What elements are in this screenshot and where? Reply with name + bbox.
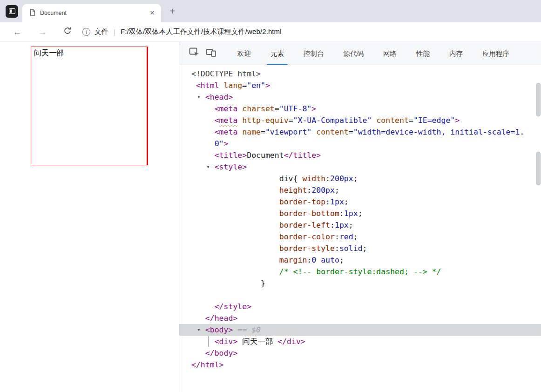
new-tab-button[interactable]: + xyxy=(167,6,178,17)
dom-tree-node[interactable]: border-left:1px; xyxy=(179,219,541,231)
devtools-tab-application[interactable]: 应用程序 xyxy=(473,42,519,65)
dom-tree-node[interactable]: height:200px; xyxy=(179,184,541,196)
devtools-tab-sources[interactable]: 源代码 xyxy=(334,42,374,65)
elements-tree: <!DOCTYPE html><html lang="en">▾<head><m… xyxy=(179,65,541,392)
red-bordered-div: 问天一部 xyxy=(31,47,148,165)
expand-arrow-icon[interactable]: ▾ xyxy=(197,324,205,336)
dom-tree-node[interactable]: 0"> xyxy=(179,138,541,149)
page-viewport: 问天一部 xyxy=(0,42,179,392)
address-separator: | xyxy=(114,28,115,36)
tab-close-button[interactable]: × xyxy=(148,9,156,17)
dom-tree-node[interactable]: div{ width:200px; xyxy=(179,173,541,184)
dom-tree-node[interactable]: ▾<body> == $0 xyxy=(179,324,541,336)
refresh-button[interactable] xyxy=(60,25,75,40)
dom-tree-node[interactable]: /* <!-- border-style:dashed; --> */ xyxy=(179,266,541,277)
dom-tree-node[interactable]: border-style:solid; xyxy=(179,243,541,254)
back-button[interactable]: ← xyxy=(10,25,25,40)
address-scheme-label: 文件 xyxy=(95,27,108,36)
indent-guide xyxy=(208,336,209,347)
dom-tree-node[interactable]: } xyxy=(179,277,541,289)
device-toolbar-button[interactable] xyxy=(205,42,217,65)
dom-tree-node[interactable]: border-color:red; xyxy=(179,231,541,243)
dom-tree-node[interactable]: <!DOCTYPE html> xyxy=(179,68,541,80)
scrollbar-thumb[interactable] xyxy=(536,83,541,116)
dom-tree-node[interactable]: </html> xyxy=(179,359,541,371)
devtools-tab-memory[interactable]: 内存 xyxy=(440,42,473,65)
dom-tree-node[interactable] xyxy=(179,289,541,301)
tab-actions-button[interactable] xyxy=(6,5,18,18)
scrollbar-thumb-2[interactable] xyxy=(536,152,541,185)
devtools-tabs: 欢迎元素控制台源代码网络性能内存应用程序 xyxy=(228,42,519,65)
devtools-tab-console[interactable]: 控制台 xyxy=(294,42,334,65)
address-bar[interactable]: i 文件 | F:/双体/双体本人工作文件/技术课程文件/web/2.html xyxy=(82,27,282,36)
inspect-icon xyxy=(189,47,200,59)
inspect-element-button[interactable] xyxy=(188,42,200,65)
dom-tree-node[interactable]: <div> 问天一部 </div> xyxy=(179,336,541,347)
content-area: 问天一部 欢迎元素控制台源代码网络性能内存应用程序 <!DOCTYPE html… xyxy=(0,42,541,392)
device-toolbar-icon xyxy=(206,48,216,59)
dom-tree-node[interactable]: margin:0 auto; xyxy=(179,254,541,266)
expand-arrow-icon[interactable]: ▾ xyxy=(207,161,215,173)
devtools-panel: 欢迎元素控制台源代码网络性能内存应用程序 <!DOCTYPE html><htm… xyxy=(179,42,541,392)
dom-tree-node[interactable]: </style> xyxy=(179,301,541,312)
devtools-toolbar: 欢迎元素控制台源代码网络性能内存应用程序 xyxy=(179,42,541,65)
dom-tree-node[interactable]: </body> xyxy=(179,347,541,359)
dom-tree-node[interactable]: border-bottom:1px; xyxy=(179,208,541,219)
dom-tree-node[interactable]: border-top:1px; xyxy=(179,196,541,208)
devtools-tab-network[interactable]: 网络 xyxy=(373,42,406,65)
dom-tree-node[interactable]: <meta charset="UTF-8"> xyxy=(179,103,541,115)
dom-tree-node[interactable]: <html lang="en"> xyxy=(179,80,541,91)
dom-tree-node[interactable]: <meta http-equiv="X-UA-Compatible" conte… xyxy=(179,115,541,126)
browser-tab[interactable]: Document × xyxy=(22,4,161,22)
expand-arrow-icon[interactable]: ▾ xyxy=(197,91,205,103)
dom-tree-node[interactable]: <title>Document</title> xyxy=(179,149,541,161)
devtools-tab-elements[interactable]: 元素 xyxy=(261,42,294,65)
dom-tree-node[interactable]: ▾<style> xyxy=(179,161,541,173)
browser-window: Document × + ← → i 文件 | F:/双体/双体本人工作文件/技… xyxy=(0,0,541,392)
dom-tree-node[interactable]: ▾<head> xyxy=(179,91,541,103)
refresh-icon xyxy=(63,27,72,37)
info-icon[interactable]: i xyxy=(82,28,90,36)
address-path: F:/双体/双体本人工作文件/技术课程文件/web/2.html xyxy=(121,27,282,36)
dom-tree-node[interactable]: </head> xyxy=(179,312,541,324)
tab-title: Document xyxy=(40,10,143,16)
document-icon xyxy=(30,9,35,18)
vertical-tabs-icon xyxy=(9,7,15,16)
dom-tree-node[interactable]: <meta name="viewport" content="width=dev… xyxy=(179,126,541,138)
tab-strip: Document × + xyxy=(0,0,541,22)
browser-toolbar: ← → i 文件 | F:/双体/双体本人工作文件/技术课程文件/web/2.h… xyxy=(0,22,541,42)
forward-button[interactable]: → xyxy=(35,25,50,40)
devtools-tab-performance[interactable]: 性能 xyxy=(406,42,440,65)
devtools-tab-welcome[interactable]: 欢迎 xyxy=(228,42,261,65)
red-box-text: 问天一部 xyxy=(34,49,64,57)
